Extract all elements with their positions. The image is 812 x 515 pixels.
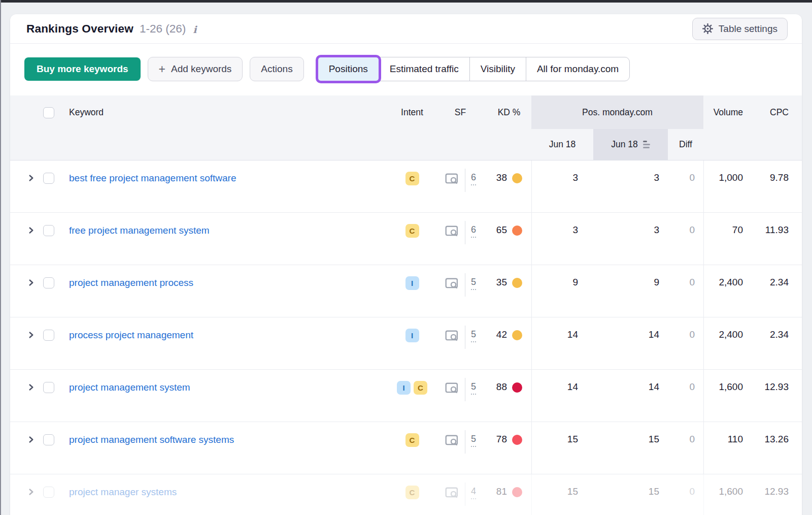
intent-badge-commercial: C: [405, 172, 419, 185]
keyword-link[interactable]: project manager systems: [69, 487, 177, 497]
pos-curr-value: 9: [593, 265, 668, 317]
intent-badge-informational: I: [405, 329, 419, 342]
serp-features-icon[interactable]: [445, 487, 459, 501]
intent-badge-informational: I: [397, 381, 411, 395]
keyword-link[interactable]: best free project management software: [69, 173, 236, 183]
col-date-prev[interactable]: Jun 18: [531, 139, 593, 150]
keyword-cell: free project management system: [60, 213, 390, 265]
sf-count-link[interactable]: 6: [471, 172, 476, 185]
sf-count-link[interactable]: 5: [471, 434, 476, 447]
sf-count-link[interactable]: 4: [471, 486, 476, 499]
tab-visibility[interactable]: Visibility: [469, 57, 526, 81]
expand-chevron-icon[interactable]: [24, 370, 38, 422]
info-icon[interactable]: i: [193, 24, 196, 35]
row-checkbox[interactable]: [43, 225, 54, 236]
col-kd[interactable]: KD %: [487, 107, 531, 118]
table-row: best free project management software C …: [10, 160, 802, 213]
expand-chevron-icon[interactable]: [24, 317, 38, 369]
volume-value: 1,600: [703, 370, 749, 422]
keyword-link[interactable]: free project management system: [69, 225, 210, 236]
col-date-curr[interactable]: Jun 18: [593, 129, 668, 160]
volume-value: 1,000: [703, 160, 749, 212]
serp-features-icon[interactable]: [445, 382, 459, 397]
sf-count-link[interactable]: 5: [471, 277, 476, 290]
serp-features-icon[interactable]: [445, 277, 459, 292]
expand-chevron-icon[interactable]: [24, 265, 38, 317]
row-checkbox-cell: [38, 474, 60, 515]
col-sf[interactable]: SF: [434, 107, 487, 118]
kd-cell: 81: [487, 474, 531, 515]
cpc-value: 9.78: [749, 160, 795, 212]
row-checkbox[interactable]: [43, 330, 54, 341]
keyword-link[interactable]: process project management: [69, 330, 193, 340]
serp-features-icon[interactable]: [445, 225, 459, 240]
col-group-pos-monday[interactable]: Pos. monday.com: [531, 95, 703, 129]
diff-value: 0: [668, 317, 703, 369]
pos-curr-value: 15: [593, 474, 668, 515]
volume-value: 1,600: [703, 474, 749, 515]
tab-all-for-monday[interactable]: All for monday.com: [526, 57, 629, 81]
plus-icon: +: [159, 63, 165, 75]
serp-features-icon[interactable]: [445, 173, 459, 187]
expand-chevron-icon[interactable]: [24, 474, 38, 515]
keyword-link[interactable]: project management process: [69, 277, 193, 288]
serp-features-icon[interactable]: [445, 434, 459, 449]
serp-features-cell: 4: [434, 474, 487, 515]
keyword-link[interactable]: project management software systems: [69, 434, 234, 445]
sf-count-link[interactable]: 6: [471, 224, 476, 238]
intent-cell: C: [390, 474, 434, 515]
pos-curr-value: 14: [593, 317, 668, 369]
col-volume[interactable]: Volume: [703, 107, 749, 118]
sf-count-link[interactable]: 5: [471, 329, 476, 342]
kd-difficulty-dot: [512, 330, 522, 340]
serp-features-cell: 5: [434, 370, 487, 422]
row-checkbox[interactable]: [43, 487, 54, 498]
select-all-checkbox[interactable]: [43, 107, 54, 118]
intent-cell: C: [390, 422, 434, 474]
keyword-link[interactable]: project management system: [69, 382, 190, 393]
pos-prev-value: 3: [531, 160, 593, 212]
row-checkbox-cell: [38, 370, 60, 422]
col-diff[interactable]: Diff: [668, 139, 703, 150]
expand-chevron-icon[interactable]: [24, 422, 38, 474]
tab-estimated-traffic[interactable]: Estimated traffic: [379, 57, 469, 81]
intent-badge-informational: I: [405, 276, 419, 290]
select-all-cell: [38, 107, 60, 118]
intent-badge-commercial: C: [414, 381, 427, 395]
keyword-cell: project manager systems: [60, 474, 390, 515]
row-checkbox[interactable]: [43, 277, 54, 288]
col-intent[interactable]: Intent: [390, 107, 434, 118]
col-keyword[interactable]: Keyword: [60, 107, 390, 118]
buy-more-keywords-button[interactable]: Buy more keywords: [24, 57, 141, 81]
sf-divider: [465, 378, 465, 401]
table-settings-button[interactable]: Table settings: [692, 18, 788, 40]
actions-button[interactable]: Actions: [250, 57, 303, 81]
row-checkbox[interactable]: [43, 173, 54, 184]
tab-positions[interactable]: Positions: [318, 57, 379, 81]
add-keywords-button[interactable]: + Add keywords: [148, 57, 243, 81]
cpc-value: 11.93: [749, 213, 795, 265]
sf-divider: [465, 430, 465, 454]
sf-divider: [465, 326, 465, 349]
cpc-value: 13.26: [749, 422, 795, 474]
serp-features-cell: 5: [434, 265, 487, 317]
expand-chevron-icon[interactable]: [24, 213, 38, 265]
rankings-overview-card: Rankings Overview 1-26 (26) i Table sett…: [10, 14, 802, 515]
kd-cell: 65: [487, 213, 531, 265]
keyword-cell: project management system: [60, 370, 390, 422]
intent-badge-commercial: C: [405, 486, 419, 499]
cpc-value: 12.93: [749, 370, 795, 422]
pos-curr-value: 3: [593, 213, 668, 265]
expand-chevron-icon[interactable]: [24, 160, 38, 212]
col-cpc[interactable]: CPC: [749, 107, 795, 118]
results-range: 1-26 (26): [140, 22, 186, 36]
row-checkbox[interactable]: [43, 382, 54, 393]
table-body: best free project management software C …: [10, 160, 802, 515]
row-checkbox[interactable]: [43, 434, 54, 445]
sf-divider: [465, 273, 465, 297]
intent-cell: I: [390, 317, 434, 369]
serp-features-cell: 6: [434, 160, 487, 212]
serp-features-icon[interactable]: [445, 330, 459, 344]
screenshot-edge-left: [0, 0, 1, 515]
sf-count-link[interactable]: 5: [471, 381, 476, 395]
